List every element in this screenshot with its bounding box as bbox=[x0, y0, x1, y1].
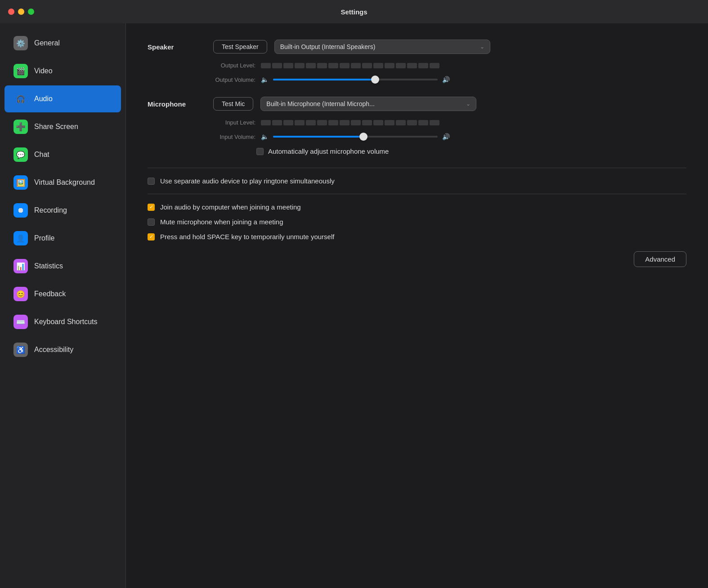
mute-mic-label: Mute microphone when joining a meeting bbox=[160, 218, 283, 226]
use-separate-device-label: Use separate audio device to play ringto… bbox=[160, 177, 335, 185]
advanced-button[interactable]: Advanced bbox=[634, 251, 686, 267]
mute-mic-checkbox[interactable] bbox=[148, 218, 155, 226]
share-screen-icon: ➕ bbox=[13, 120, 28, 134]
level-seg-13 bbox=[396, 63, 406, 68]
input-volume-thumb[interactable] bbox=[359, 133, 367, 141]
input-volume-fill bbox=[273, 136, 363, 138]
auto-adjust-checkbox[interactable] bbox=[256, 148, 264, 155]
sidebar-item-video[interactable]: 🎬 Video bbox=[4, 58, 121, 85]
level-seg-3 bbox=[283, 63, 293, 68]
sidebar-item-share-screen[interactable]: ➕ Share Screen bbox=[4, 113, 121, 140]
profile-icon: 👤 bbox=[13, 231, 28, 245]
output-volume-label: Output Volume: bbox=[206, 76, 255, 83]
input-seg-16 bbox=[430, 120, 439, 125]
sidebar-item-feedback[interactable]: 😊 Feedback bbox=[4, 281, 121, 307]
speaker-row: Speaker Test Speaker Built-in Output (In… bbox=[148, 40, 686, 54]
speaker-dropdown[interactable]: Built-in Output (Internal Speakers) ⌄ bbox=[274, 40, 490, 54]
join-audio-checkbox[interactable]: ✓ bbox=[148, 204, 155, 211]
input-seg-2 bbox=[272, 120, 282, 125]
input-volume-label: Input Volume: bbox=[206, 134, 255, 140]
input-seg-7 bbox=[328, 120, 338, 125]
output-level-row: Output Level: bbox=[206, 62, 686, 69]
sidebar-item-label-profile: Profile bbox=[34, 234, 54, 242]
sidebar-item-label-video: Video bbox=[34, 67, 53, 75]
input-level-bar bbox=[261, 120, 441, 125]
sidebar-item-recording[interactable]: ⏺ Recording bbox=[4, 197, 121, 224]
press-space-checkbox[interactable]: ✓ bbox=[148, 233, 155, 241]
input-seg-4 bbox=[295, 120, 305, 125]
input-seg-3 bbox=[283, 120, 293, 125]
maximize-button[interactable] bbox=[28, 9, 34, 15]
sidebar-item-label-chat: Chat bbox=[34, 151, 49, 159]
sidebar-item-label-keyboard-shortcuts: Keyboard Shortcuts bbox=[34, 318, 98, 326]
sidebar-item-label-audio: Audio bbox=[34, 95, 53, 103]
level-seg-6 bbox=[317, 63, 327, 68]
level-seg-9 bbox=[351, 63, 361, 68]
sidebar-item-audio[interactable]: 🎧 Audio bbox=[4, 85, 121, 112]
sidebar-item-chat[interactable]: 💬 Chat bbox=[4, 141, 121, 168]
sidebar-item-virtual-background[interactable]: 🖼️ Virtual Background bbox=[4, 169, 121, 196]
speaker-label: Speaker bbox=[148, 43, 206, 51]
sidebar-item-accessibility[interactable]: ♿ Accessibility bbox=[4, 336, 121, 363]
chat-icon: 💬 bbox=[13, 147, 28, 162]
input-seg-5 bbox=[306, 120, 316, 125]
auto-adjust-label: Automatically adjust microphone volume bbox=[268, 147, 389, 155]
sidebar-item-general[interactable]: ⚙️ General bbox=[4, 30, 121, 57]
audio-icon: 🎧 bbox=[13, 92, 28, 106]
level-seg-15 bbox=[418, 63, 428, 68]
input-level-label: Input Level: bbox=[206, 119, 255, 126]
test-mic-button[interactable]: Test Mic bbox=[213, 97, 253, 111]
mic-dropdown[interactable]: Built-in Microphone (Internal Microph...… bbox=[260, 97, 476, 111]
sidebar: ⚙️ General 🎬 Video 🎧 Audio ➕ Share Scree… bbox=[0, 23, 126, 588]
output-volume-thumb[interactable] bbox=[371, 76, 379, 84]
level-seg-10 bbox=[362, 63, 372, 68]
input-seg-1 bbox=[261, 120, 271, 125]
input-seg-12 bbox=[385, 120, 394, 125]
divider-2 bbox=[148, 194, 686, 194]
recording-icon: ⏺ bbox=[13, 203, 28, 218]
level-seg-8 bbox=[340, 63, 350, 68]
level-seg-2 bbox=[272, 63, 282, 68]
output-volume-fill bbox=[273, 79, 375, 80]
auto-adjust-row: Automatically adjust microphone volume bbox=[256, 147, 686, 155]
sidebar-item-keyboard-shortcuts[interactable]: ⌨️ Keyboard Shortcuts bbox=[4, 308, 121, 335]
sidebar-item-label-general: General bbox=[34, 39, 60, 47]
input-seg-10 bbox=[362, 120, 372, 125]
sidebar-item-statistics[interactable]: 📊 Statistics bbox=[4, 253, 121, 280]
press-space-row: ✓ Press and hold SPACE key to temporaril… bbox=[148, 233, 686, 241]
level-seg-11 bbox=[373, 63, 383, 68]
level-seg-7 bbox=[328, 63, 338, 68]
input-seg-11 bbox=[373, 120, 383, 125]
feedback-icon: 😊 bbox=[13, 287, 28, 301]
audio-panel: Speaker Test Speaker Built-in Output (In… bbox=[126, 23, 708, 588]
speaker-section: Speaker Test Speaker Built-in Output (In… bbox=[148, 40, 686, 84]
use-separate-device-row: Use separate audio device to play ringto… bbox=[148, 177, 686, 185]
accessibility-icon: ♿ bbox=[13, 343, 28, 357]
test-speaker-button[interactable]: Test Speaker bbox=[213, 40, 267, 53]
input-seg-15 bbox=[418, 120, 428, 125]
join-audio-row: ✓ Join audio by computer when joining a … bbox=[148, 203, 686, 211]
traffic-lights bbox=[8, 9, 34, 15]
sidebar-item-label-feedback: Feedback bbox=[34, 290, 66, 298]
window-title: Settings bbox=[341, 8, 367, 16]
input-seg-9 bbox=[351, 120, 361, 125]
output-volume-track bbox=[273, 79, 438, 80]
output-level-label: Output Level: bbox=[206, 62, 255, 69]
close-button[interactable] bbox=[8, 9, 14, 15]
general-icon: ⚙️ bbox=[13, 36, 28, 50]
level-seg-4 bbox=[295, 63, 305, 68]
input-seg-14 bbox=[407, 120, 417, 125]
input-level-row: Input Level: bbox=[206, 119, 686, 126]
use-separate-device-checkbox[interactable] bbox=[148, 178, 155, 185]
level-seg-12 bbox=[385, 63, 394, 68]
minimize-button[interactable] bbox=[18, 9, 24, 15]
microphone-row: Microphone Test Mic Built-in Microphone … bbox=[148, 97, 686, 111]
join-audio-label: Join audio by computer when joining a me… bbox=[160, 203, 301, 211]
output-volume-slider[interactable] bbox=[273, 75, 438, 84]
input-seg-13 bbox=[396, 120, 406, 125]
mic-dropdown-arrow: ⌄ bbox=[466, 101, 471, 107]
input-volume-slider[interactable] bbox=[273, 132, 438, 141]
volume-high-icon: 🔊 bbox=[442, 76, 450, 83]
sidebar-item-profile[interactable]: 👤 Profile bbox=[4, 225, 121, 252]
input-seg-6 bbox=[317, 120, 327, 125]
